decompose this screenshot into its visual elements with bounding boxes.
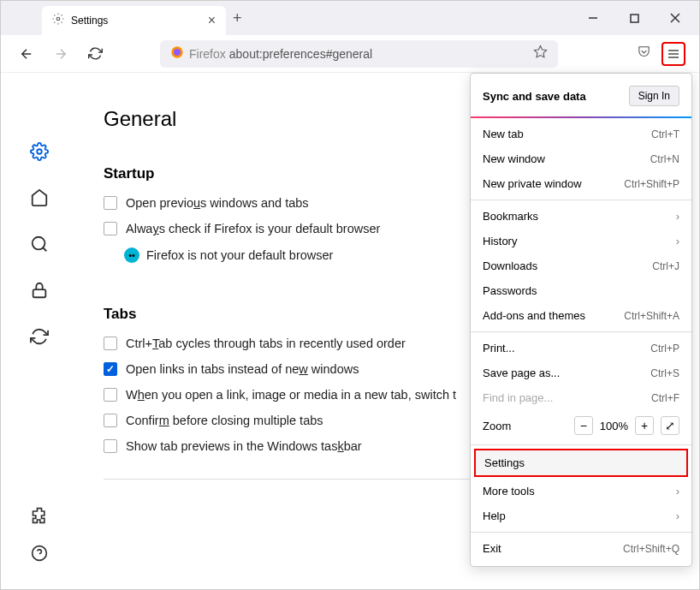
new-tab-button[interactable]: + <box>233 9 242 27</box>
signin-button[interactable]: Sign In <box>629 86 679 106</box>
menu-passwords[interactable]: Passwords <box>471 278 691 303</box>
lock-icon[interactable] <box>29 280 50 301</box>
checkbox[interactable] <box>104 439 117 453</box>
fullscreen-button[interactable]: ⤢ <box>661 416 679 435</box>
svg-rect-14 <box>33 289 46 297</box>
window-controls <box>583 8 692 28</box>
svg-point-6 <box>174 49 181 56</box>
menu-print[interactable]: Print...Ctrl+P <box>471 336 691 361</box>
menu-separator <box>471 116 691 118</box>
toolbar: Firefox about:preferences#general <box>1 35 699 73</box>
chevron-right-icon: › <box>676 485 679 498</box>
app-menu: Sync and save data Sign In New tabCtrl+T… <box>470 73 692 567</box>
menu-new-tab[interactable]: New tabCtrl+T <box>471 122 691 146</box>
browser-tab[interactable]: Settings × <box>42 6 226 35</box>
bookmark-star-icon[interactable] <box>533 45 548 63</box>
forward-button[interactable] <box>49 42 73 66</box>
checkbox-checked[interactable] <box>104 362 117 376</box>
menu-new-window[interactable]: New windowCtrl+N <box>471 146 691 171</box>
menu-bookmarks[interactable]: Bookmarks› <box>471 204 691 229</box>
menu-find: Find in page...Ctrl+F <box>471 385 691 410</box>
menu-settings[interactable]: Settings <box>474 449 688 477</box>
menu-zoom-row: Zoom − 100% + ⤢ <box>471 410 691 441</box>
menu-help[interactable]: Help› <box>471 504 691 528</box>
menu-more-tools[interactable]: More tools› <box>471 479 691 504</box>
tab-title: Settings <box>71 15 208 27</box>
url-bar[interactable]: Firefox about:preferences#general <box>160 40 558 68</box>
reload-button[interactable] <box>83 42 107 66</box>
menu-downloads[interactable]: DownloadsCtrl+J <box>471 253 691 278</box>
extensions-icon[interactable] <box>29 505 50 526</box>
hamburger-menu-button[interactable] <box>661 42 685 66</box>
close-window-button[interactable] <box>665 8 685 28</box>
zoom-out-button[interactable]: − <box>574 416 593 435</box>
menu-addons[interactable]: Add-ons and themesCtrl+Shift+A <box>471 303 691 328</box>
close-icon[interactable]: × <box>208 13 216 28</box>
help-icon[interactable] <box>29 543 50 563</box>
url-prefix: Firefox <box>189 47 226 61</box>
titlebar: Settings × + <box>1 1 699 35</box>
checkbox-label: Confirm before closing multiple tabs <box>126 414 323 427</box>
checkbox-label: Ctrl+Tab cycles through tabs in recently… <box>126 337 406 350</box>
back-button[interactable] <box>15 42 39 66</box>
search-icon[interactable] <box>29 234 50 254</box>
checkbox-label: Open previous windows and tabs <box>126 196 309 210</box>
minimize-button[interactable] <box>583 8 603 28</box>
menu-separator <box>471 444 691 445</box>
svg-point-11 <box>37 149 42 154</box>
menu-separator <box>471 532 691 533</box>
zoom-in-button[interactable]: + <box>635 416 654 435</box>
checkbox[interactable] <box>104 337 117 350</box>
checkbox[interactable] <box>104 414 117 427</box>
url-text: about:preferences#general <box>229 47 372 61</box>
checkbox-label: Show tab previews in the Windows taskbar <box>126 439 362 453</box>
checkbox[interactable] <box>104 196 117 210</box>
checkbox-label: Open links in tabs instead of new window… <box>126 362 359 376</box>
sidebar <box>1 73 78 589</box>
svg-point-0 <box>56 17 60 21</box>
sync-icon[interactable] <box>29 326 50 347</box>
menu-save-as[interactable]: Save page as...Ctrl+S <box>471 361 691 385</box>
menu-new-private-window[interactable]: New private windowCtrl+Shift+P <box>471 171 691 196</box>
menu-exit[interactable]: ExitCtrl+Shift+Q <box>471 536 691 561</box>
menu-history[interactable]: History› <box>471 229 691 253</box>
checkbox-label: When you open a link, image or media in … <box>126 388 456 402</box>
chevron-right-icon: › <box>676 510 679 522</box>
checkbox[interactable] <box>104 388 117 402</box>
menu-separator <box>471 331 691 332</box>
checkbox-label: Always check if Firefox is your default … <box>126 222 380 235</box>
svg-line-13 <box>43 247 46 251</box>
menu-separator <box>471 200 691 200</box>
general-icon[interactable] <box>29 141 50 162</box>
svg-point-12 <box>33 237 45 250</box>
svg-rect-2 <box>631 15 638 22</box>
home-icon[interactable] <box>29 188 50 208</box>
sad-face-icon: •• <box>124 247 139 263</box>
svg-marker-7 <box>534 45 546 57</box>
menu-sync-header: Sync and save data Sign In <box>471 79 691 113</box>
sync-title: Sync and save data <box>483 90 586 103</box>
chevron-right-icon: › <box>676 235 679 247</box>
chevron-right-icon: › <box>676 210 679 223</box>
firefox-icon <box>170 45 184 63</box>
zoom-value: 100% <box>600 420 628 432</box>
pocket-icon[interactable] <box>637 45 651 63</box>
maximize-button[interactable] <box>624 8 644 28</box>
gear-icon <box>52 13 64 28</box>
checkbox[interactable] <box>104 222 117 235</box>
